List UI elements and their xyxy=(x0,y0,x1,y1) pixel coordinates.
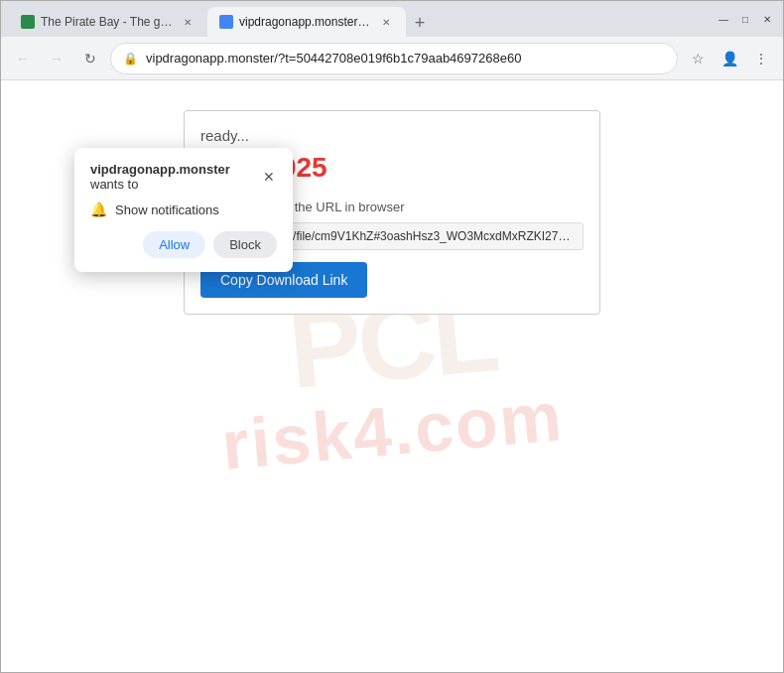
notif-title: vipdragonapp.monster wants to xyxy=(90,162,261,192)
lock-icon: 🔒 xyxy=(123,52,138,66)
tab-title-1: The Pirate Bay - The galaxy's m... xyxy=(41,15,174,29)
notif-permission-row: 🔔 Show notifications xyxy=(90,202,277,217)
minimize-button[interactable]: — xyxy=(716,11,731,27)
browser-window: The Pirate Bay - The galaxy's m... ✕ vip… xyxy=(0,0,784,673)
profile-button[interactable]: 👤 xyxy=(716,45,743,72)
watermark-bottom: risk4.com xyxy=(218,381,566,480)
maximize-button[interactable]: □ xyxy=(737,11,753,27)
title-bar: The Pirate Bay - The galaxy's m... ✕ vip… xyxy=(1,1,783,37)
window-controls: — □ ✕ xyxy=(716,11,775,27)
notif-host: vipdragonapp.monster xyxy=(90,162,230,177)
new-tab-button[interactable]: + xyxy=(406,9,434,37)
toolbar: ← → ↻ 🔒 ☆ 👤 ⋮ xyxy=(1,37,783,80)
notif-close-button[interactable]: ✕ xyxy=(261,168,277,186)
toolbar-actions: ☆ 👤 ⋮ xyxy=(684,45,775,72)
tab-favicon-1 xyxy=(21,15,35,29)
notif-permission-text: Show notifications xyxy=(115,202,219,217)
block-button[interactable]: Block xyxy=(213,231,277,258)
page-content: PCL risk4.com vipdragonapp.monster wants… xyxy=(1,80,783,672)
notif-suffix: wants to xyxy=(90,177,138,192)
menu-button[interactable]: ⋮ xyxy=(747,45,775,72)
forward-button[interactable]: → xyxy=(43,45,70,72)
ready-text: ready... xyxy=(200,127,584,144)
tab-close-2[interactable]: ✕ xyxy=(378,14,394,30)
reload-button[interactable]: ↻ xyxy=(76,45,104,72)
bell-icon: 🔔 xyxy=(90,202,107,217)
allow-button[interactable]: Allow xyxy=(143,231,205,258)
tab-bar: The Pirate Bay - The galaxy's m... ✕ vip… xyxy=(9,1,712,37)
notif-header: vipdragonapp.monster wants to ✕ xyxy=(90,162,277,192)
close-button[interactable]: ✕ xyxy=(759,11,775,27)
tab-favicon-2 xyxy=(219,15,233,29)
address-bar-container[interactable]: 🔒 xyxy=(110,43,678,74)
notification-popup: vipdragonapp.monster wants to ✕ 🔔 Show n… xyxy=(74,148,293,272)
back-button[interactable]: ← xyxy=(9,45,37,72)
tab-pirate-bay[interactable]: The Pirate Bay - The galaxy's m... ✕ xyxy=(9,7,207,37)
tab-title-2: vipdragonapp.monster/?t=504... xyxy=(239,15,372,29)
notif-buttons: Allow Block xyxy=(90,231,277,258)
tab-vipdragon[interactable]: vipdragonapp.monster/?t=504... ✕ xyxy=(207,7,406,37)
address-input[interactable] xyxy=(146,51,665,66)
bookmark-button[interactable]: ☆ xyxy=(684,45,712,72)
tab-close-1[interactable]: ✕ xyxy=(180,14,196,30)
